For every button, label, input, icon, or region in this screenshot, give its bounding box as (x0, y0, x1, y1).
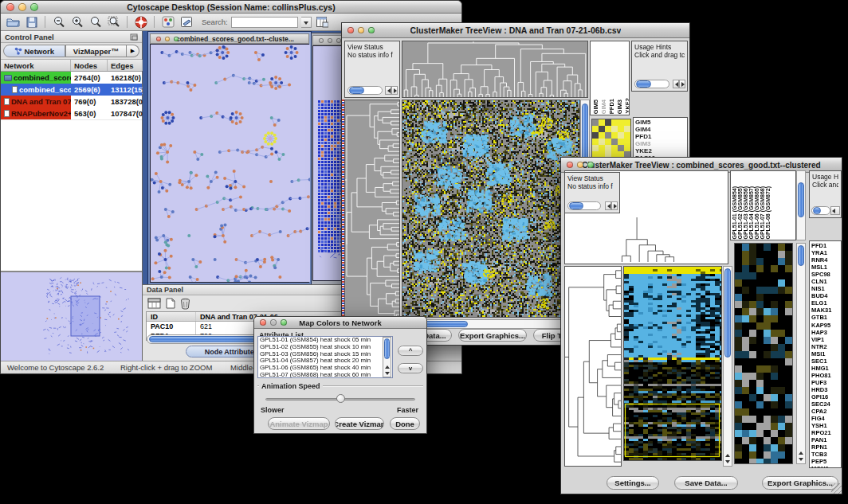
row-label[interactable]: PFD1 (811, 242, 841, 249)
close-button[interactable] (347, 27, 354, 33)
column-label[interactable]: GIM3 (616, 100, 623, 114)
move-down-button[interactable]: v (398, 363, 423, 373)
close-button[interactable] (6, 3, 14, 11)
scroll-arrows[interactable] (673, 80, 685, 88)
scrollbar-thumb[interactable] (569, 202, 583, 209)
column-label[interactable]: GPL51-06 (GSM865) (754, 186, 760, 240)
row-label[interactable]: PHO81 (811, 372, 841, 379)
attribute-list-item[interactable]: GPL51-07 (GSM868) heat shock 60 min (260, 372, 392, 378)
scroll-arrows[interactable] (605, 201, 618, 210)
row-label[interactable]: SEC1 (811, 357, 841, 365)
tab-vizmapper[interactable]: VizMapper™ (65, 45, 128, 57)
column-dendrogram-panel[interactable] (402, 41, 588, 98)
row-label[interactable]: PUF3 (811, 379, 841, 386)
close-button[interactable] (156, 37, 161, 41)
row-dendrogram-canvas[interactable] (345, 100, 399, 320)
row-label[interactable]: FIG4 (811, 415, 841, 422)
row-label[interactable]: MSI1 (811, 350, 841, 357)
row-label[interactable]: BUD4 (811, 292, 841, 299)
search-dropdown-button[interactable] (301, 17, 312, 28)
column-label[interactable]: YKE2 (624, 98, 630, 114)
animate-vizmap-button[interactable]: Animate Vizmap (268, 417, 330, 430)
treeview1-titlebar[interactable]: ClusterMaker TreeView : DNA and Tran 07-… (342, 23, 689, 38)
row-label[interactable]: ELG1 (811, 299, 841, 307)
row-label[interactable]: RNR4 (811, 256, 841, 264)
zoom-selected-icon[interactable] (106, 15, 121, 29)
network-graph-canvas[interactable] (151, 45, 310, 282)
column-label[interactable]: GPL51-04 (GSM857) (748, 186, 754, 240)
column-label[interactable]: GPL51-02 (GSM855) (737, 186, 743, 240)
slider-thumb[interactable] (336, 394, 345, 403)
zoom-fit-icon[interactable] (88, 15, 103, 29)
minimize-button[interactable] (18, 3, 26, 11)
usage-hints-scrollbar[interactable] (811, 206, 830, 215)
row-label[interactable]: GIM4 (635, 126, 685, 133)
create-vizmap-button[interactable]: Create Vizmap (335, 417, 384, 430)
vizmapper-icon[interactable] (160, 15, 175, 29)
scrollbar-thumb[interactable] (724, 268, 731, 357)
zoom-out-icon[interactable] (51, 15, 66, 29)
attribute-table-icon[interactable] (315, 15, 330, 29)
row-labels-panel[interactable]: PFD1YRA1RNR4MSL1SPC98CLN1NIS1BUD4ELG1MAK… (809, 240, 842, 468)
row-label[interactable]: RPO21 (811, 429, 841, 436)
column-labels-scrollbar[interactable] (796, 170, 806, 240)
heatmap-vscrollbar[interactable] (723, 266, 732, 467)
row-label[interactable]: CLN1 (811, 278, 841, 285)
zoom-button[interactable] (174, 37, 179, 41)
row-label[interactable]: GPI16 (811, 393, 841, 400)
row-label[interactable]: PFD1 (635, 133, 685, 140)
main-titlebar[interactable]: Cytoscape Desktop (Session Name: collins… (1, 1, 461, 14)
column-label[interactable]: GPL51-08 (GSM872) (765, 186, 771, 240)
scrollbar-thumb[interactable] (798, 182, 804, 217)
network-list-row[interactable]: RNAPuberNov2+| 563(0) 107847(0) (1, 107, 142, 119)
column-label[interactable]: GIM5 (592, 100, 599, 114)
column-label[interactable]: PFD1 (608, 99, 615, 114)
scrollbar-thumb[interactable] (384, 338, 390, 359)
row-label[interactable]: KAP95 (811, 322, 841, 329)
row-dendrogram-canvas[interactable] (565, 267, 621, 466)
row-label[interactable]: GIM5 (635, 119, 685, 126)
row-label[interactable]: MON2 (811, 465, 841, 468)
column-labels-panel[interactable]: GIM5GIM4PFD1GIM3YKE2PAC10 (590, 41, 630, 115)
column-label[interactable]: GPL51-01 (GSM854) (732, 186, 737, 240)
column-dendrogram-canvas[interactable] (402, 41, 587, 97)
mini-correlation-heatmap[interactable] (591, 119, 631, 158)
network-list-row[interactable]: combined_scores 2764(0) 16218(0) (1, 72, 142, 84)
row-label[interactable]: GTB1 (811, 314, 841, 321)
heatmap-panel[interactable] (402, 100, 580, 318)
row-label[interactable]: PAN1 (811, 436, 841, 443)
col-network[interactable]: Network (1, 60, 71, 71)
annotation-icon[interactable] (179, 15, 194, 29)
row-label[interactable]: VIP1 (811, 336, 841, 343)
zoom-heatmap-panel[interactable] (734, 243, 793, 464)
row-dendrogram-panel[interactable] (344, 100, 400, 321)
row-label[interactable]: RPN1 (811, 443, 841, 451)
row-label[interactable]: HMG1 (811, 365, 841, 372)
row-label[interactable]: CPA2 (811, 408, 841, 415)
heatmap-panel[interactable] (623, 266, 722, 461)
column-labels-panel[interactable]: GPL51-01 (GSM854)GPL51-02 (GSM855)GPL51-… (730, 170, 796, 240)
zoom-button[interactable] (30, 3, 38, 11)
row-label[interactable]: MSL1 (811, 264, 841, 271)
close-button[interactable] (319, 38, 324, 43)
save-icon[interactable] (24, 15, 39, 29)
save-data-button[interactable]: Save Data... (674, 476, 738, 490)
column-label[interactable]: GPL51-07 (GSM868) (760, 186, 765, 240)
zoom-heatmap-scrollbar[interactable] (796, 243, 806, 464)
row-label[interactable]: MAK31 (811, 307, 841, 314)
row-label[interactable]: HAP3 (811, 329, 841, 336)
float-panel-icon[interactable] (130, 33, 138, 41)
open-file-icon[interactable] (6, 15, 21, 29)
tab-overflow-button[interactable]: ▶ (127, 45, 139, 57)
id-column-header[interactable]: ID (147, 312, 196, 321)
network-list-row[interactable]: DNA and Tran 07 769(0) 183728(0) (1, 96, 142, 107)
select-attributes-icon[interactable] (147, 298, 161, 309)
scrollbar-thumb[interactable] (636, 80, 651, 88)
zoom-button[interactable] (281, 319, 287, 326)
minimize-button[interactable] (358, 27, 364, 33)
heatmap-canvas[interactable] (624, 267, 721, 460)
row-label[interactable]: HRD3 (811, 386, 841, 393)
col-nodes[interactable]: Nodes (71, 60, 108, 71)
export-graphics-button[interactable]: Export Graphics... (458, 329, 527, 342)
row-label[interactable]: YSH1 (811, 422, 841, 429)
